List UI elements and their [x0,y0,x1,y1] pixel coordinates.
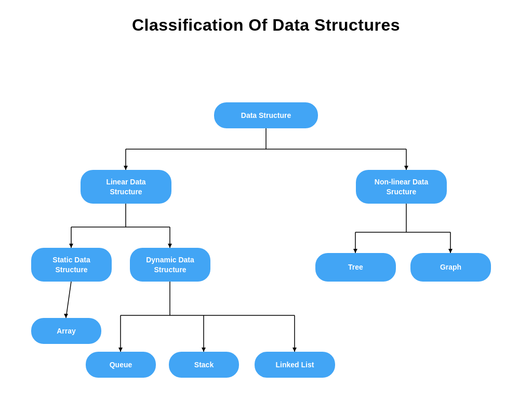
node-linear: Linear Data Structure [81,170,171,204]
node-nonlinear: Non-linear Data Sructure [356,170,447,204]
svg-marker-27 [448,249,453,253]
svg-marker-3 [124,166,128,170]
svg-marker-19 [202,348,206,352]
node-queue: Queue [86,352,156,378]
node-linked-list: Linked List [255,352,335,378]
svg-marker-11 [168,244,172,248]
connectors-svg [0,40,532,399]
node-dynamic: Dynamic Data Structure [130,248,210,282]
svg-marker-5 [404,166,408,170]
node-graph: Graph [410,253,491,282]
page-title: Classification Of Data Structures [0,0,532,40]
node-data-structure: Data Structure [214,102,318,128]
node-array: Array [31,318,101,344]
diagram: Data Structure Linear Data Structure Non… [0,40,532,399]
svg-marker-25 [353,249,357,253]
node-static: Static Data Structure [31,248,112,282]
svg-line-12 [66,282,71,318]
svg-marker-9 [69,244,73,248]
svg-marker-13 [64,314,68,318]
svg-marker-17 [118,348,123,352]
svg-marker-21 [292,348,297,352]
node-stack: Stack [169,352,239,378]
node-tree: Tree [315,253,396,282]
